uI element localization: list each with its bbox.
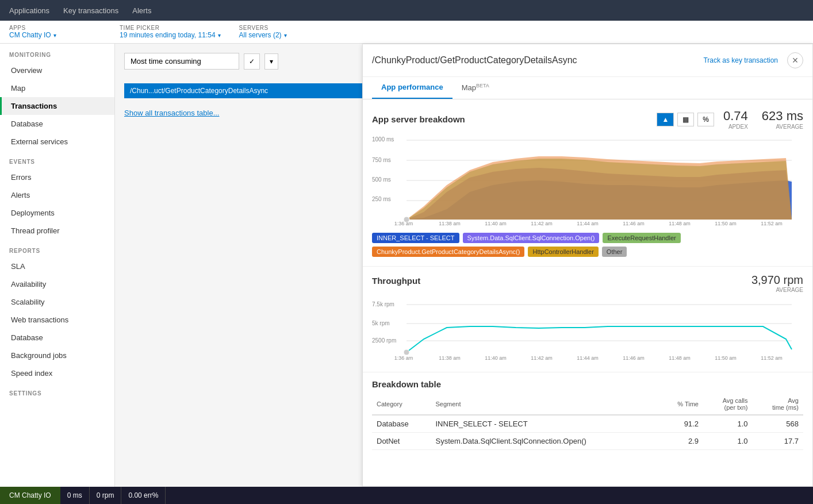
- pct-chart-btn[interactable]: %: [697, 113, 714, 126]
- sidebar-item-deployments[interactable]: Deployments: [0, 204, 114, 222]
- time-picker-value[interactable]: 19 minutes ending today, 11:54 ▾: [120, 31, 221, 39]
- svg-text:500 ms: 500 ms: [372, 176, 391, 183]
- svg-text:750 ms: 750 ms: [372, 157, 391, 163]
- sidebar-item-scalability[interactable]: Scalability: [0, 293, 114, 311]
- tab-app-performance[interactable]: App performance: [372, 77, 452, 99]
- apps-picker[interactable]: APPS CM Chatty IO ▾: [9, 25, 101, 39]
- svg-text:5k rpm: 5k rpm: [372, 320, 390, 326]
- svg-text:11:42 am: 11:42 am: [531, 355, 553, 361]
- servers-label: SERVERS: [239, 25, 287, 31]
- track-key-transaction-link[interactable]: Track as key transaction: [703, 56, 778, 64]
- status-metric-ms: 0 ms: [60, 487, 90, 504]
- sidebar-item-alerts[interactable]: Alerts: [0, 186, 114, 204]
- svg-text:11:46 am: 11:46 am: [623, 355, 645, 361]
- svg-text:11:50 am: 11:50 am: [715, 221, 737, 226]
- throughput-stat: 3,970 rpm AVERAGE: [751, 274, 803, 293]
- top-nav: Applications Key transactions Alerts: [0, 0, 813, 21]
- sidebar-item-external-services[interactable]: External services: [0, 133, 114, 151]
- chart-controls: ▲ ▦ %: [657, 113, 714, 126]
- legend-inner-select[interactable]: INNER_SELECT - SELECT: [372, 233, 459, 243]
- row1-calls: 1.0: [703, 415, 753, 433]
- time-picker-label: TIME PICKER: [120, 25, 221, 31]
- servers-value[interactable]: All servers (2) ▾: [239, 31, 287, 39]
- detail-header: /ChunkyProduct/GetProductCategoryDetails…: [363, 44, 812, 77]
- nav-alerts[interactable]: Alerts: [132, 2, 151, 20]
- servers-picker[interactable]: SERVERS All servers (2) ▾: [239, 25, 287, 39]
- row2-segment: System.Data.SqlClient.SqlConnection.Open…: [431, 433, 660, 450]
- throughput-chart-area: 7.5k rpm 5k rpm 2500 rpm 1:36 am 11:38 a…: [372, 298, 803, 363]
- svg-text:11:38 am: 11:38 am: [439, 221, 461, 226]
- apps-value[interactable]: CM Chatty IO ▾: [9, 31, 101, 39]
- breakdown-chart-header: App server breakdown ▲ ▦ % 0.74 APDEX 62…: [372, 109, 803, 130]
- filter-select[interactable]: Most time consuming: [124, 53, 239, 70]
- sidebar-item-sla[interactable]: SLA: [0, 257, 114, 275]
- breakdown-table: Category Segment % Time Avg calls(per tx…: [372, 394, 803, 450]
- sidebar-item-web-transactions[interactable]: Web transactions: [0, 311, 114, 329]
- show-all-transactions-link[interactable]: Show all transactions table...: [124, 109, 219, 117]
- throughput-header: Throughput 3,970 rpm AVERAGE: [372, 274, 803, 293]
- svg-text:11:46 am: 11:46 am: [623, 221, 645, 226]
- throughput-label: AVERAGE: [751, 287, 803, 293]
- detail-tabs: App performance MapBETA: [363, 77, 812, 99]
- sidebar-item-database-reports[interactable]: Database: [0, 329, 114, 347]
- th-segment: Segment: [431, 394, 660, 415]
- nav-applications[interactable]: Applications: [9, 2, 49, 20]
- throughput-value: 3,970 rpm: [751, 274, 803, 287]
- apdex-label: APDEX: [728, 124, 748, 130]
- close-detail-button[interactable]: ×: [787, 52, 803, 68]
- svg-text:11:40 am: 11:40 am: [485, 221, 507, 226]
- row1-category: Database: [372, 415, 431, 433]
- chart-legend: INNER_SELECT - SELECT System.Data.SqlCli…: [372, 233, 803, 257]
- status-ms-value: 0 ms: [67, 491, 82, 499]
- apdex-stat: 0.74 APDEX: [723, 109, 748, 130]
- sidebar-item-map[interactable]: Map: [0, 79, 114, 97]
- row1-time: 568: [753, 415, 803, 433]
- status-metric-rpm: 0 rpm: [90, 487, 122, 504]
- svg-marker-11: [406, 156, 792, 220]
- breakdown-chart-title: App server breakdown: [372, 114, 465, 124]
- time-picker[interactable]: TIME PICKER 19 minutes ending today, 11:…: [120, 25, 221, 39]
- legend-execute-request[interactable]: ExecuteRequestHandler: [603, 233, 680, 243]
- sidebar-item-transactions[interactable]: Transactions: [0, 97, 114, 115]
- sidebar-item-errors[interactable]: Errors: [0, 168, 114, 186]
- table-row: DotNet System.Data.SqlClient.SqlConnecti…: [372, 433, 803, 450]
- th-avg-calls: Avg calls(per txn): [703, 394, 753, 415]
- sidebar-item-availability[interactable]: Availability: [0, 275, 114, 293]
- settings-section-label: SETTINGS: [0, 382, 114, 400]
- bar-chart-btn[interactable]: ▦: [677, 113, 694, 126]
- sidebar-item-database[interactable]: Database: [0, 115, 114, 133]
- legend-chunky-product[interactable]: ChunkyProduct.GetProductCategoryDetailsA…: [372, 247, 524, 257]
- throughput-chart-svg: 7.5k rpm 5k rpm 2500 rpm 1:36 am 11:38 a…: [372, 298, 797, 361]
- average-stat: 623 ms AVERAGE: [762, 109, 803, 130]
- legend-other[interactable]: Other: [602, 247, 627, 257]
- sidebar-item-thread-profiler[interactable]: Thread profiler: [0, 222, 114, 240]
- svg-text:11:52 am: 11:52 am: [761, 221, 783, 226]
- th-pct-time: % Time: [660, 394, 703, 415]
- area-chart-btn[interactable]: ▲: [657, 113, 674, 126]
- nav-key-transactions[interactable]: Key transactions: [63, 2, 118, 20]
- svg-text:11:40 am: 11:40 am: [485, 355, 507, 361]
- legend-sql-connection[interactable]: System.Data.SqlClient.SqlConnection.Open…: [463, 233, 600, 243]
- breakdown-chart-svg: 1000 ms 750 ms 500 ms 250 ms: [372, 134, 797, 226]
- sidebar-item-speed-index[interactable]: Speed index: [0, 364, 114, 382]
- breakdown-table-title: Breakdown table: [372, 379, 441, 389]
- status-metric-err: 0.00 err%: [121, 487, 166, 504]
- legend-http-controller[interactable]: HttpControllerHandler: [528, 247, 598, 257]
- row1-segment: INNER_SELECT - SELECT: [431, 415, 660, 433]
- apdex-value: 0.74: [723, 109, 748, 124]
- sidebar-item-overview[interactable]: Overview: [0, 61, 114, 79]
- filter-checkmark-btn[interactable]: ✓: [244, 53, 260, 70]
- tab-map[interactable]: MapBETA: [452, 77, 498, 99]
- table-row: Database INNER_SELECT - SELECT 91.2 1.0 …: [372, 415, 803, 433]
- second-bar: APPS CM Chatty IO ▾ TIME PICKER 19 minut…: [0, 21, 813, 44]
- sidebar-item-background-jobs[interactable]: Background jobs: [0, 347, 114, 364]
- filter-dropdown-btn[interactable]: ▾: [264, 53, 278, 70]
- average-label: AVERAGE: [776, 124, 803, 130]
- row2-time: 17.7: [753, 433, 803, 450]
- svg-text:11:44 am: 11:44 am: [577, 355, 599, 361]
- row2-pct: 2.9: [660, 433, 703, 450]
- status-rpm-value: 0 rpm: [97, 491, 114, 499]
- svg-text:11:52 am: 11:52 am: [761, 355, 783, 361]
- svg-text:1:36 am: 1:36 am: [394, 221, 413, 226]
- time-picker-arrow-icon: ▾: [218, 32, 221, 39]
